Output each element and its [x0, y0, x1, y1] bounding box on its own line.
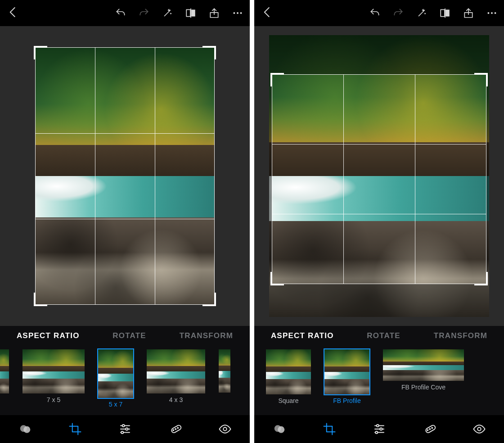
- redeye-icon[interactable]: [218, 422, 232, 436]
- svg-rect-21: [446, 9, 450, 16]
- ratio-thumb-label: 4 x 3: [169, 396, 183, 403]
- filters-icon[interactable]: [273, 422, 286, 436]
- svg-point-19: [223, 427, 227, 431]
- heal-icon[interactable]: [423, 422, 436, 436]
- crop-handle-bl[interactable]: [34, 293, 47, 306]
- tab-rotate[interactable]: ROTATE: [367, 331, 400, 340]
- tab-aspect ratio[interactable]: ASPECT RATIO: [271, 331, 334, 340]
- more-icon[interactable]: [232, 7, 243, 19]
- undo-icon[interactable]: [369, 7, 381, 19]
- svg-point-25: [491, 12, 493, 14]
- phone-screen-1: ASPECT RATIOROTATETRANSFORMviceSquareFB …: [254, 0, 504, 443]
- share-icon[interactable]: [208, 7, 220, 19]
- ratio-thumb[interactable]: 7 x 5: [22, 349, 85, 403]
- top-toolbar: [0, 0, 250, 26]
- crop-handle-tr[interactable]: [474, 73, 488, 86]
- filters-icon[interactable]: [18, 422, 32, 436]
- ratio-thumbnail-strip[interactable]: viceSquareFB ProfileFB Profile Cove: [254, 346, 504, 415]
- crop-handle-tl[interactable]: [34, 46, 47, 59]
- top-toolbar: [254, 0, 504, 26]
- back-icon[interactable]: [261, 5, 274, 19]
- compare-icon[interactable]: [439, 7, 451, 19]
- crop-handle-br[interactable]: [474, 272, 488, 285]
- ratio-thumb-image: [0, 349, 9, 393]
- tab-aspect ratio[interactable]: ASPECT RATIO: [17, 331, 80, 340]
- ratio-thumb[interactable]: [219, 349, 230, 395]
- svg-point-18: [177, 428, 178, 429]
- svg-point-8: [23, 426, 30, 433]
- ratio-thumb-image: [22, 349, 85, 393]
- svg-point-34: [375, 431, 378, 434]
- svg-point-17: [175, 429, 176, 429]
- magic-wand-icon[interactable]: [162, 7, 173, 19]
- ratio-thumb-image: [266, 349, 311, 394]
- heal-icon[interactable]: [168, 422, 182, 436]
- svg-point-24: [487, 12, 489, 14]
- svg-point-16: [173, 430, 174, 431]
- ratio-thumb[interactable]: 5 x 7: [98, 349, 133, 408]
- svg-point-14: [121, 431, 123, 434]
- tab-rotate[interactable]: ROTATE: [112, 331, 146, 340]
- svg-point-5: [237, 12, 238, 14]
- svg-rect-20: [441, 9, 445, 16]
- magic-wand-icon[interactable]: [416, 7, 428, 19]
- back-icon[interactable]: [6, 5, 20, 19]
- svg-point-4: [233, 12, 235, 14]
- crop-handle-tr[interactable]: [202, 46, 216, 59]
- svg-point-12: [126, 428, 128, 430]
- crop-handle-br[interactable]: [202, 293, 216, 306]
- svg-rect-0: [186, 9, 190, 16]
- crop-icon[interactable]: [68, 422, 82, 436]
- svg-point-26: [495, 12, 496, 14]
- ratio-thumb[interactable]: FB Profile: [324, 349, 369, 404]
- ratio-thumb-image: [98, 349, 133, 398]
- pane-divider: [250, 0, 254, 443]
- redo-icon[interactable]: [138, 7, 150, 19]
- svg-point-32: [380, 428, 382, 430]
- bottom-toolbar: [254, 415, 504, 443]
- ratio-thumb-label: 5 x 7: [109, 401, 122, 408]
- share-icon[interactable]: [463, 7, 474, 19]
- compare-icon[interactable]: [185, 7, 197, 19]
- svg-rect-1: [191, 9, 195, 16]
- phone-screen-0: ASPECT RATIOROTATETRANSFORM7 x 55 x 74 x…: [0, 0, 250, 443]
- svg-point-6: [240, 12, 242, 14]
- crop-frame[interactable]: [272, 74, 486, 284]
- ratio-thumb-label: FB Profile Cove: [401, 384, 446, 391]
- ratio-thumb-label: FB Profile: [333, 397, 360, 404]
- ratio-thumb[interactable]: 4 x 3: [147, 349, 205, 403]
- svg-point-36: [427, 430, 428, 431]
- crop-canvas[interactable]: [254, 26, 504, 326]
- ratio-thumb-label: 7 x 5: [47, 396, 60, 403]
- tab-transform[interactable]: TRANSFORM: [434, 331, 487, 340]
- crop-frame[interactable]: [35, 47, 215, 305]
- svg-point-30: [376, 425, 378, 427]
- ratio-thumb-image: [147, 349, 205, 393]
- ratio-thumb-image: [383, 349, 464, 381]
- adjust-icon[interactable]: [373, 422, 386, 436]
- svg-point-10: [122, 425, 124, 427]
- ratio-thumb[interactable]: FB Profile Cove: [383, 349, 464, 391]
- svg-point-37: [429, 429, 430, 429]
- crop-canvas[interactable]: [0, 26, 250, 326]
- adjust-icon[interactable]: [118, 422, 132, 436]
- svg-point-39: [477, 427, 481, 431]
- crop-handle-bl[interactable]: [270, 272, 284, 285]
- ratio-thumbnail-strip[interactable]: 7 x 55 x 74 x 3: [0, 346, 250, 415]
- bottom-toolbar: [0, 415, 250, 443]
- redo-icon[interactable]: [392, 7, 404, 19]
- ratio-thumb[interactable]: Square: [266, 349, 311, 404]
- crop-icon[interactable]: [323, 422, 336, 436]
- svg-point-28: [278, 426, 284, 433]
- svg-point-38: [432, 428, 432, 429]
- more-icon[interactable]: [486, 7, 498, 19]
- ratio-thumb-image: [324, 349, 369, 394]
- tab-transform[interactable]: TRANSFORM: [180, 331, 233, 340]
- crop-handle-tl[interactable]: [270, 73, 284, 86]
- redeye-icon[interactable]: [472, 422, 486, 436]
- ratio-thumb[interactable]: [0, 349, 9, 396]
- crop-tabs: ASPECT RATIOROTATETRANSFORM: [0, 326, 250, 346]
- crop-tabs: ASPECT RATIOROTATETRANSFORM: [254, 326, 504, 346]
- ratio-thumb-label: Square: [278, 397, 298, 404]
- undo-icon[interactable]: [115, 7, 126, 19]
